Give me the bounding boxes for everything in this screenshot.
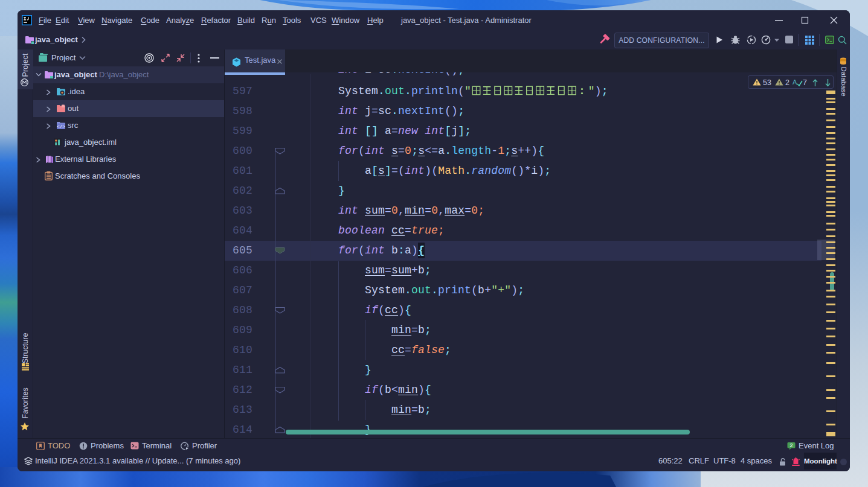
svg-text:</>: </> (57, 124, 65, 129)
svg-text:2: 2 (789, 442, 792, 448)
svg-text:A: A (792, 78, 797, 86)
